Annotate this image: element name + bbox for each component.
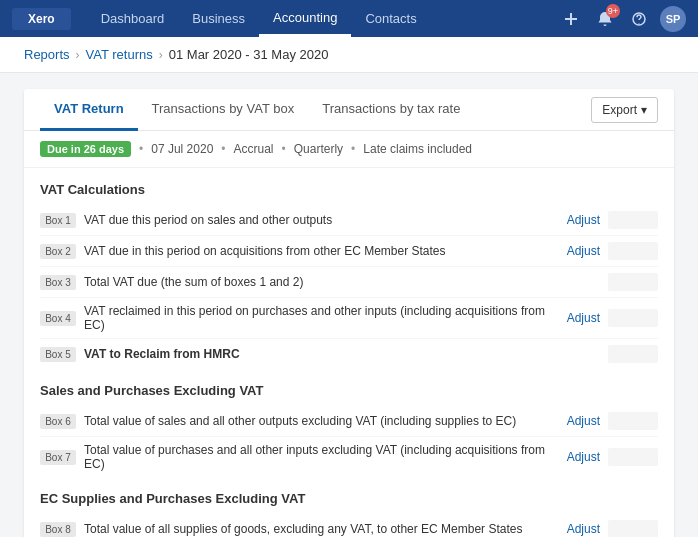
row-value	[608, 309, 658, 327]
add-icon[interactable]	[558, 6, 584, 32]
breadcrumb-date-range: 01 Mar 2020 - 31 May 2020	[169, 47, 329, 62]
breadcrumb-reports[interactable]: Reports	[24, 47, 70, 62]
box-label: Box 5	[40, 347, 76, 362]
box-label: Box 7	[40, 450, 76, 465]
top-navigation: Xero DashboardBusinessAccountingContacts…	[0, 0, 698, 37]
export-button[interactable]: Export ▾	[591, 97, 658, 123]
breadcrumb-sep-2: ›	[159, 48, 163, 62]
row-description: Total value of sales and all other outpu…	[84, 414, 559, 428]
box-label: Box 8	[40, 522, 76, 537]
due-badge: Due in 26 days	[40, 141, 131, 157]
status-bullet-4: •	[351, 142, 355, 156]
tab-transactions-tax-rate[interactable]: Transactions by tax rate	[308, 89, 474, 131]
box-label: Box 6	[40, 414, 76, 429]
row-description: VAT due this period on sales and other o…	[84, 213, 559, 227]
vat-row: Box 5VAT to Reclaim from HMRC	[40, 339, 658, 369]
adjust-link[interactable]: Adjust	[567, 244, 600, 258]
avatar[interactable]: SP	[660, 6, 686, 32]
section-title-sales-purchases: Sales and Purchases Excluding VAT	[40, 369, 658, 406]
status-date: 07 Jul 2020	[151, 142, 213, 156]
help-icon[interactable]	[626, 6, 652, 32]
box-label: Box 4	[40, 311, 76, 326]
nav-link-dashboard[interactable]: Dashboard	[87, 0, 179, 37]
vat-row: Box 4VAT reclaimed in this period on pur…	[40, 298, 658, 339]
vat-row: Box 7Total value of purchases and all ot…	[40, 437, 658, 477]
status-bullet-2: •	[221, 142, 225, 156]
row-description: VAT due in this period on acquisitions f…	[84, 244, 559, 258]
row-value	[608, 412, 658, 430]
breadcrumb-vat-returns[interactable]: VAT returns	[86, 47, 153, 62]
tab-transactions-vat-box[interactable]: Transactions by VAT box	[138, 89, 309, 131]
row-value	[608, 242, 658, 260]
section-title-vat-calculations: VAT Calculations	[40, 168, 658, 205]
adjust-link[interactable]: Adjust	[567, 213, 600, 227]
row-description: Total VAT due (the sum of boxes 1 and 2)	[84, 275, 600, 289]
notifications-icon[interactable]: 9+	[592, 6, 618, 32]
row-value	[608, 520, 658, 537]
row-description: Total value of purchases and all other i…	[84, 443, 559, 471]
vat-row: Box 8Total value of all supplies of good…	[40, 514, 658, 537]
nav-right: 9+ SP	[558, 6, 686, 32]
vat-card: VAT Return Transactions by VAT box Trans…	[24, 89, 674, 537]
vat-row: Box 6Total value of sales and all other …	[40, 406, 658, 437]
adjust-link[interactable]: Adjust	[567, 414, 600, 428]
box-label: Box 3	[40, 275, 76, 290]
section-vat-calculations: VAT CalculationsBox 1VAT due this period…	[24, 168, 674, 369]
status-bullet-3: •	[282, 142, 286, 156]
breadcrumb: Reports › VAT returns › 01 Mar 2020 - 31…	[0, 37, 698, 73]
notification-badge: 9+	[606, 4, 620, 18]
tabs-right: Export ▾	[591, 97, 658, 123]
status-claims: Late claims included	[363, 142, 472, 156]
adjust-link[interactable]: Adjust	[567, 450, 600, 464]
row-value	[608, 273, 658, 291]
row-value	[608, 448, 658, 466]
main-content: VAT Return Transactions by VAT box Trans…	[0, 73, 698, 537]
row-description: VAT to Reclaim from HMRC	[84, 347, 600, 361]
adjust-link[interactable]: Adjust	[567, 311, 600, 325]
vat-row: Box 2VAT due in this period on acquisiti…	[40, 236, 658, 267]
row-description: VAT reclaimed in this period on purchase…	[84, 304, 559, 332]
nav-link-business[interactable]: Business	[178, 0, 259, 37]
box-label: Box 2	[40, 244, 76, 259]
nav-link-contacts[interactable]: Contacts	[351, 0, 430, 37]
status-method: Accrual	[234, 142, 274, 156]
tab-vat-return[interactable]: VAT Return	[40, 89, 138, 131]
row-value	[608, 345, 658, 363]
adjust-link[interactable]: Adjust	[567, 522, 600, 536]
sections-container: VAT CalculationsBox 1VAT due this period…	[24, 168, 674, 537]
section-sales-purchases: Sales and Purchases Excluding VATBox 6To…	[24, 369, 674, 477]
row-description: Total value of all supplies of goods, ex…	[84, 522, 559, 536]
status-frequency: Quarterly	[294, 142, 343, 156]
status-bullet-1: •	[139, 142, 143, 156]
chevron-down-icon: ▾	[641, 103, 647, 117]
logo[interactable]: Xero	[12, 8, 71, 30]
breadcrumb-sep-1: ›	[76, 48, 80, 62]
status-bar: Due in 26 days • 07 Jul 2020 • Accrual •…	[24, 131, 674, 168]
vat-row: Box 3Total VAT due (the sum of boxes 1 a…	[40, 267, 658, 298]
row-value	[608, 211, 658, 229]
section-ec-supplies: EC Supplies and Purchases Excluding VATB…	[24, 477, 674, 537]
vat-row: Box 1VAT due this period on sales and ot…	[40, 205, 658, 236]
nav-links: DashboardBusinessAccountingContacts	[87, 0, 558, 37]
box-label: Box 1	[40, 213, 76, 228]
nav-link-accounting[interactable]: Accounting	[259, 0, 351, 37]
section-title-ec-supplies: EC Supplies and Purchases Excluding VAT	[40, 477, 658, 514]
tabs-bar: VAT Return Transactions by VAT box Trans…	[24, 89, 674, 131]
